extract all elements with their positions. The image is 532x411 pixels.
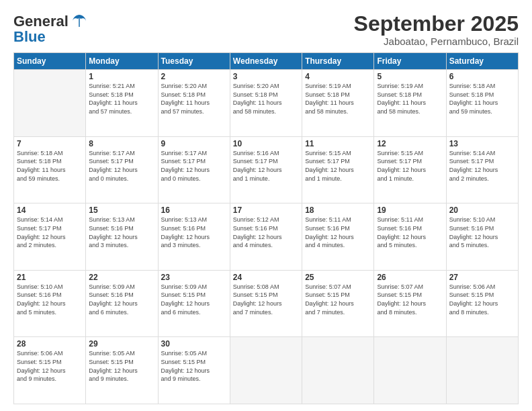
day-info: Sunrise: 5:15 AM Sunset: 5:17 PM Dayligh… [305, 149, 371, 183]
day-number: 1 [89, 72, 154, 81]
day-info: Sunrise: 5:07 AM Sunset: 5:15 PM Dayligh… [377, 283, 443, 316]
calendar-cell: 3Sunrise: 5:20 AM Sunset: 5:18 PM Daylig… [230, 70, 302, 137]
col-tuesday: Tuesday [158, 53, 230, 70]
day-info: Sunrise: 5:09 AM Sunset: 5:15 PM Dayligh… [161, 283, 227, 316]
calendar-cell [374, 337, 446, 404]
calendar-cell: 5Sunrise: 5:19 AM Sunset: 5:18 PM Daylig… [374, 70, 446, 137]
day-info: Sunrise: 5:18 AM Sunset: 5:18 PM Dayligh… [449, 82, 515, 116]
day-number: 17 [233, 205, 299, 215]
day-number: 23 [161, 273, 227, 282]
calendar-cell: 30Sunrise: 5:05 AM Sunset: 5:15 PM Dayli… [158, 337, 230, 404]
calendar-cell: 21Sunrise: 5:10 AM Sunset: 5:16 PM Dayli… [14, 270, 86, 337]
day-info: Sunrise: 5:15 AM Sunset: 5:17 PM Dayligh… [377, 149, 443, 183]
day-info: Sunrise: 5:10 AM Sunset: 5:16 PM Dayligh… [17, 283, 83, 316]
page: General Blue September 2025 Jaboatao, Pe… [0, 0, 532, 411]
calendar-cell [302, 337, 374, 404]
week-row-4: 28Sunrise: 5:06 AM Sunset: 5:15 PM Dayli… [14, 337, 519, 404]
day-info: Sunrise: 5:13 AM Sunset: 5:16 PM Dayligh… [161, 216, 227, 249]
calendar-cell: 24Sunrise: 5:08 AM Sunset: 5:15 PM Dayli… [230, 270, 302, 337]
day-number: 5 [377, 72, 443, 81]
calendar-cell: 28Sunrise: 5:06 AM Sunset: 5:15 PM Dayli… [14, 337, 86, 404]
calendar: Sunday Monday Tuesday Wednesday Thursday… [13, 52, 519, 404]
day-info: Sunrise: 5:21 AM Sunset: 5:18 PM Dayligh… [89, 82, 154, 116]
day-number: 26 [377, 273, 443, 282]
day-info: Sunrise: 5:05 AM Sunset: 5:15 PM Dayligh… [161, 349, 227, 383]
day-number: 22 [89, 273, 154, 282]
logo: General Blue [13, 12, 89, 46]
col-friday: Friday [374, 53, 446, 70]
day-info: Sunrise: 5:16 AM Sunset: 5:17 PM Dayligh… [233, 149, 299, 183]
calendar-cell [446, 337, 518, 404]
day-info: Sunrise: 5:19 AM Sunset: 5:18 PM Dayligh… [377, 82, 443, 116]
calendar-cell: 6Sunrise: 5:18 AM Sunset: 5:18 PM Daylig… [446, 70, 518, 137]
calendar-cell: 26Sunrise: 5:07 AM Sunset: 5:15 PM Dayli… [374, 270, 446, 337]
day-info: Sunrise: 5:20 AM Sunset: 5:18 PM Dayligh… [233, 82, 299, 116]
page-title: September 2025 [354, 12, 519, 36]
day-info: Sunrise: 5:17 AM Sunset: 5:17 PM Dayligh… [161, 149, 227, 183]
calendar-cell: 29Sunrise: 5:05 AM Sunset: 5:15 PM Dayli… [86, 337, 158, 404]
day-info: Sunrise: 5:10 AM Sunset: 5:16 PM Dayligh… [449, 216, 515, 249]
day-number: 30 [161, 339, 227, 349]
calendar-cell: 15Sunrise: 5:13 AM Sunset: 5:16 PM Dayli… [86, 203, 158, 271]
day-number: 16 [161, 205, 227, 215]
day-number: 6 [449, 72, 515, 81]
calendar-cell: 11Sunrise: 5:15 AM Sunset: 5:17 PM Dayli… [302, 136, 374, 203]
col-sunday: Sunday [14, 53, 86, 70]
calendar-cell: 14Sunrise: 5:14 AM Sunset: 5:17 PM Dayli… [14, 203, 86, 271]
day-number: 27 [449, 273, 515, 282]
day-info: Sunrise: 5:06 AM Sunset: 5:15 PM Dayligh… [17, 349, 83, 383]
logo-blue: Blue [13, 28, 46, 46]
day-info: Sunrise: 5:11 AM Sunset: 5:16 PM Dayligh… [377, 216, 443, 249]
day-number: 29 [89, 339, 154, 349]
calendar-cell: 25Sunrise: 5:07 AM Sunset: 5:15 PM Dayli… [302, 270, 374, 337]
calendar-cell: 18Sunrise: 5:11 AM Sunset: 5:16 PM Dayli… [302, 203, 374, 271]
col-wednesday: Wednesday [230, 53, 302, 70]
day-info: Sunrise: 5:11 AM Sunset: 5:16 PM Dayligh… [305, 216, 371, 249]
week-row-1: 7Sunrise: 5:18 AM Sunset: 5:18 PM Daylig… [14, 136, 519, 203]
col-saturday: Saturday [446, 53, 518, 70]
day-info: Sunrise: 5:19 AM Sunset: 5:18 PM Dayligh… [305, 82, 371, 116]
week-row-2: 14Sunrise: 5:14 AM Sunset: 5:17 PM Dayli… [14, 203, 519, 271]
day-number: 15 [89, 205, 154, 215]
day-number: 25 [305, 273, 371, 282]
day-info: Sunrise: 5:12 AM Sunset: 5:16 PM Dayligh… [233, 216, 299, 249]
day-info: Sunrise: 5:18 AM Sunset: 5:18 PM Dayligh… [17, 149, 83, 183]
day-info: Sunrise: 5:14 AM Sunset: 5:17 PM Dayligh… [449, 149, 515, 183]
day-number: 28 [17, 339, 83, 349]
day-number: 3 [233, 72, 299, 81]
day-number: 14 [17, 205, 83, 215]
day-info: Sunrise: 5:06 AM Sunset: 5:15 PM Dayligh… [449, 283, 515, 316]
day-info: Sunrise: 5:08 AM Sunset: 5:15 PM Dayligh… [233, 283, 299, 316]
col-thursday: Thursday [302, 53, 374, 70]
calendar-cell: 1Sunrise: 5:21 AM Sunset: 5:18 PM Daylig… [86, 70, 158, 137]
day-number: 21 [17, 273, 83, 282]
calendar-cell: 13Sunrise: 5:14 AM Sunset: 5:17 PM Dayli… [446, 136, 518, 203]
calendar-cell [230, 337, 302, 404]
day-info: Sunrise: 5:20 AM Sunset: 5:18 PM Dayligh… [161, 82, 227, 116]
day-info: Sunrise: 5:07 AM Sunset: 5:15 PM Dayligh… [305, 283, 371, 316]
day-number: 11 [305, 139, 371, 148]
day-number: 12 [377, 139, 443, 148]
day-number: 19 [377, 205, 443, 215]
calendar-cell: 10Sunrise: 5:16 AM Sunset: 5:17 PM Dayli… [230, 136, 302, 203]
day-number: 24 [233, 273, 299, 282]
day-number: 2 [161, 72, 227, 81]
week-row-0: 1Sunrise: 5:21 AM Sunset: 5:18 PM Daylig… [14, 70, 519, 137]
calendar-cell [14, 70, 86, 137]
day-number: 4 [305, 72, 371, 81]
day-number: 9 [161, 139, 227, 148]
calendar-cell: 2Sunrise: 5:20 AM Sunset: 5:18 PM Daylig… [158, 70, 230, 137]
calendar-cell: 12Sunrise: 5:15 AM Sunset: 5:17 PM Dayli… [374, 136, 446, 203]
calendar-cell: 17Sunrise: 5:12 AM Sunset: 5:16 PM Dayli… [230, 203, 302, 271]
title-block: September 2025 Jaboatao, Pernambuco, Bra… [354, 12, 519, 47]
day-number: 20 [449, 205, 515, 215]
day-info: Sunrise: 5:05 AM Sunset: 5:15 PM Dayligh… [89, 349, 154, 383]
day-number: 8 [89, 139, 154, 148]
logo-bird-icon [70, 12, 89, 31]
calendar-cell: 23Sunrise: 5:09 AM Sunset: 5:15 PM Dayli… [158, 270, 230, 337]
day-number: 7 [17, 139, 83, 148]
day-number: 18 [305, 205, 371, 215]
calendar-cell: 4Sunrise: 5:19 AM Sunset: 5:18 PM Daylig… [302, 70, 374, 137]
day-number: 10 [233, 139, 299, 148]
calendar-header-row: Sunday Monday Tuesday Wednesday Thursday… [14, 53, 519, 70]
